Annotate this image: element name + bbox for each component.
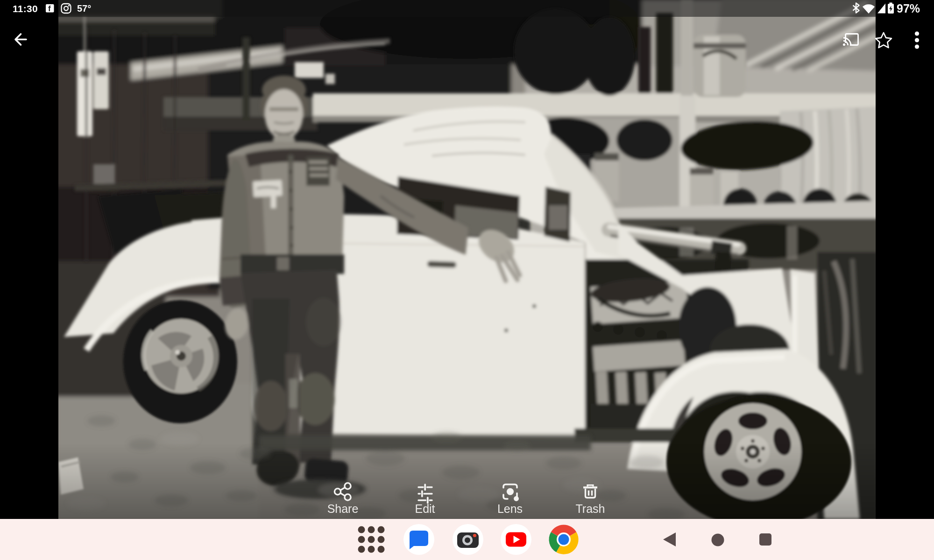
svg-text:97%: 97%	[897, 2, 920, 15]
svg-text:f: f	[48, 4, 51, 13]
svg-text:11:30: 11:30	[13, 3, 38, 14]
svg-text:57°: 57°	[77, 3, 91, 14]
